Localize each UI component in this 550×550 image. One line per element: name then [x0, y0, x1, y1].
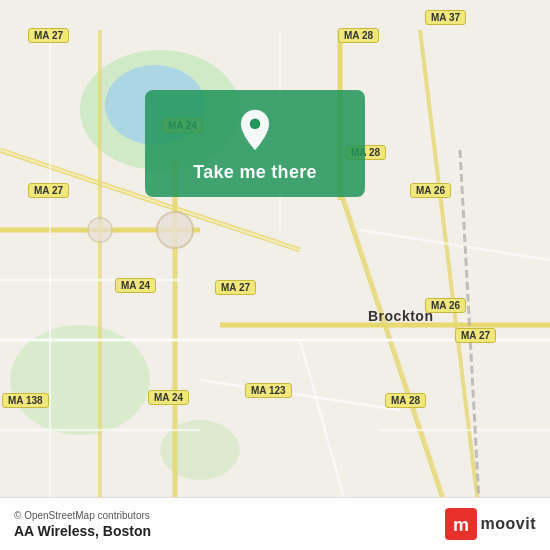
- city-label-brockton: Brockton: [368, 308, 433, 324]
- moovit-icon: m: [445, 508, 477, 540]
- road-label-ma26a: MA 26: [410, 183, 451, 198]
- bottom-bar: © OpenStreetMap contributors AA Wireless…: [0, 497, 550, 550]
- take-me-there-button[interactable]: Take me there: [193, 162, 317, 183]
- bottom-left-info: © OpenStreetMap contributors AA Wireless…: [14, 510, 151, 539]
- svg-line-17: [360, 230, 550, 260]
- road-label-ma27c: MA 27: [215, 280, 256, 295]
- road-label-ma24b: MA 24: [115, 278, 156, 293]
- road-label-ma28c: MA 28: [385, 393, 426, 408]
- svg-point-25: [250, 119, 261, 130]
- map-container: MA 37 MA 28 MA 28 MA 26 MA 26 MA 27 MA 2…: [0, 0, 550, 550]
- svg-line-11: [340, 190, 450, 520]
- road-label-ma27a: MA 27: [28, 28, 69, 43]
- svg-line-12: [420, 30, 480, 520]
- road-label-ma138: MA 138: [2, 393, 49, 408]
- road-label-ma37: MA 37: [425, 10, 466, 25]
- svg-point-24: [88, 218, 112, 242]
- svg-text:m: m: [453, 515, 469, 535]
- moovit-text: moovit: [481, 515, 536, 533]
- road-label-ma24c: MA 24: [148, 390, 189, 405]
- location-pin-icon: [233, 108, 277, 152]
- moovit-logo: m moovit: [445, 508, 536, 540]
- svg-line-21: [300, 340, 350, 520]
- road-label-ma27b: MA 27: [28, 183, 69, 198]
- svg-point-23: [157, 212, 193, 248]
- osm-credit: © OpenStreetMap contributors: [14, 510, 151, 521]
- svg-line-18: [200, 380, 400, 410]
- location-title: AA Wireless, Boston: [14, 523, 151, 539]
- map-roads-svg: [0, 0, 550, 550]
- road-label-ma28a: MA 28: [338, 28, 379, 43]
- road-label-ma27d: MA 27: [455, 328, 496, 343]
- route-highlight-box: Take me there: [145, 90, 365, 197]
- road-label-ma123: MA 123: [245, 383, 292, 398]
